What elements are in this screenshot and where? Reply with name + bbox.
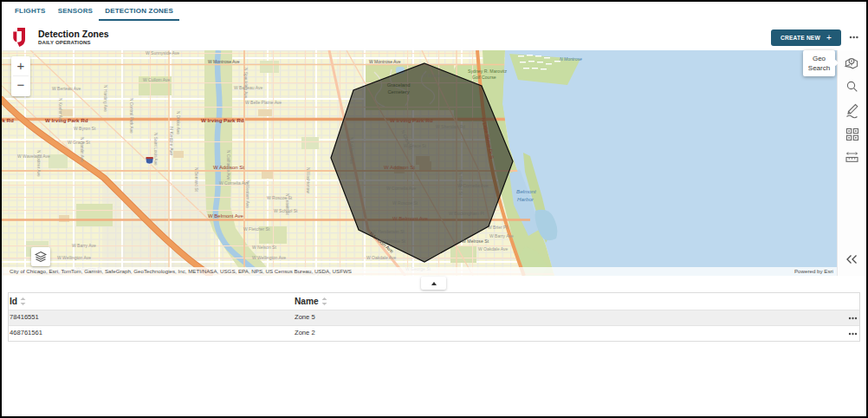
svg-text:W Sheridan Rd: W Sheridan Rd bbox=[436, 124, 465, 129]
svg-text:W Cornelia Ave: W Cornelia Ave bbox=[219, 180, 249, 186]
svg-text:W Belmont Ave: W Belmont Ave bbox=[392, 216, 429, 221]
svg-text:W Barry Ave: W Barry Ave bbox=[489, 233, 514, 238]
svg-text:N Ashland Ave: N Ashland Ave bbox=[349, 137, 353, 164]
svg-text:W Berteau Ave: W Berteau Ave bbox=[52, 86, 81, 91]
svg-text:N California Ave: N California Ave bbox=[226, 150, 230, 180]
svg-text:W Cullom Ave: W Cullom Ave bbox=[143, 77, 171, 82]
svg-text:Harbor: Harbor bbox=[517, 196, 534, 202]
svg-text:N Spaulding Ave: N Spaulding Ave bbox=[243, 68, 248, 99]
svg-text:W Brier Pl: W Brier Pl bbox=[488, 225, 508, 230]
svg-text:N Harding Ave: N Harding Ave bbox=[103, 85, 107, 112]
svg-text:Belmont: Belmont bbox=[516, 188, 536, 194]
svg-text:W Montrose Ave: W Montrose Ave bbox=[208, 59, 240, 64]
svg-text:N Kedzie Ave: N Kedzie Ave bbox=[169, 127, 174, 155]
svg-text:W Waveland Ave: W Waveland Ave bbox=[17, 153, 50, 159]
svg-text:Cemetery: Cemetery bbox=[387, 89, 409, 95]
svg-text:W Buckingham Pl: W Buckingham Pl bbox=[449, 211, 484, 216]
svg-text:W Nelson St: W Nelson St bbox=[252, 245, 276, 250]
svg-text:N Keeler Ave: N Keeler Ave bbox=[58, 98, 62, 122]
svg-text:N Drake Ave: N Drake Ave bbox=[176, 111, 180, 134]
svg-text:W Henderson St: W Henderson St bbox=[372, 229, 405, 234]
svg-text:W Addison St: W Addison St bbox=[384, 165, 415, 170]
svg-text:W Belle Plaine Ave: W Belle Plaine Ave bbox=[245, 100, 282, 105]
svg-text:N Hamlin Ave: N Hamlin Ave bbox=[80, 137, 84, 162]
svg-text:W Belmont Ave: W Belmont Ave bbox=[208, 213, 244, 219]
svg-text:W Barry Ave: W Barry Ave bbox=[72, 243, 96, 248]
svg-text:W Montrose Ave: W Montrose Ave bbox=[369, 59, 401, 64]
svg-text:W Roscoe St: W Roscoe St bbox=[392, 200, 418, 206]
svg-text:W Grace St: W Grace St bbox=[68, 140, 90, 145]
svg-text:W Oakdale Ave: W Oakdale Ave bbox=[478, 246, 508, 251]
svg-text:N Washtenaw: N Washtenaw bbox=[306, 167, 310, 193]
svg-text:rk Rd: rk Rd bbox=[0, 117, 14, 123]
svg-text:N Bernard St: N Bernard St bbox=[194, 167, 198, 192]
svg-text:N Western Ave: N Western Ave bbox=[245, 180, 249, 208]
svg-text:W Oakdale Ave: W Oakdale Ave bbox=[366, 255, 397, 260]
svg-text:Sydney R. Marovitz: Sydney R. Marovitz bbox=[468, 69, 507, 74]
svg-text:W Buena Ave: W Buena Ave bbox=[423, 73, 449, 78]
svg-text:N Saint Louis Ave: N Saint Louis Ave bbox=[153, 133, 158, 166]
svg-text:N Kostner Ave: N Kostner Ave bbox=[36, 150, 41, 177]
svg-text:W Irving Park Rd: W Irving Park Rd bbox=[390, 117, 433, 123]
svg-text:W Fletcher St: W Fletcher St bbox=[243, 226, 270, 232]
svg-text:N Leavitt St: N Leavitt St bbox=[285, 193, 289, 215]
svg-text:N Central Park Ave: N Central Park Ave bbox=[129, 98, 133, 134]
svg-text:N Halsted St: N Halsted St bbox=[458, 172, 463, 196]
svg-text:W Sunnyside Ave: W Sunnyside Ave bbox=[146, 50, 179, 56]
svg-text:W Cornelia Ave: W Cornelia Ave bbox=[386, 186, 417, 191]
svg-text:Golf Course: Golf Course bbox=[472, 75, 496, 80]
svg-text:W Wellington Ave: W Wellington Ave bbox=[252, 255, 286, 260]
svg-text:W Irving Park Rd: W Irving Park Rd bbox=[201, 117, 244, 123]
svg-text:W Wellington Ave: W Wellington Ave bbox=[57, 255, 91, 260]
svg-text:W Irving Park Rd: W Irving Park Rd bbox=[45, 117, 88, 123]
svg-text:W Byron St: W Byron St bbox=[74, 126, 96, 131]
svg-text:Graceland: Graceland bbox=[387, 82, 411, 88]
svg-text:N Montrose: N Montrose bbox=[560, 56, 582, 62]
svg-text:W Melrose St: W Melrose St bbox=[462, 238, 489, 244]
